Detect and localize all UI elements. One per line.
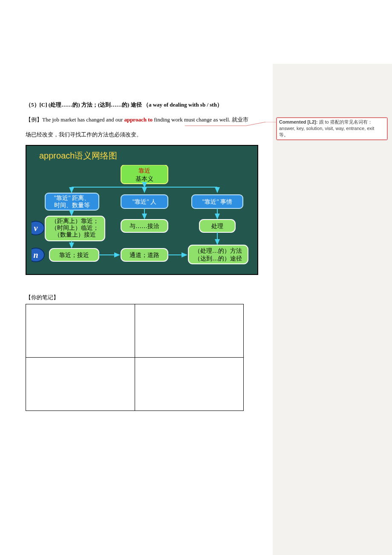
svg-text:与……接洽: 与……接洽: [130, 223, 159, 229]
pos-chip-v: [32, 221, 44, 235]
notes-table: [26, 304, 244, 411]
svg-text:"靠近" 事情: "靠近" 事情: [202, 199, 233, 205]
svg-text:v: v: [34, 223, 38, 233]
svg-text:n: n: [33, 250, 38, 260]
diagram-title: approach语义网络图: [39, 150, 252, 162]
svg-text:时间、数量等: 时间、数量等: [54, 202, 90, 208]
svg-text:（达到…的）途径: （达到…的）途径: [194, 255, 242, 262]
definition-5: （5）[C] (处理……的) 方法；(达到……的) 途径 （a way of d…: [26, 98, 273, 111]
root-l1: 靠近: [138, 168, 150, 174]
notes-cell[interactable]: [135, 357, 244, 410]
svg-text:（处理…的）方法: （处理…的）方法: [194, 248, 242, 254]
document-body: （5）[C] (处理……的) 方法；(达到……的) 途径 （a way of d…: [26, 98, 273, 411]
example-sentence: 【例】The job market has changed and our ap…: [26, 113, 273, 126]
svg-text:"靠近" 人: "靠近" 人: [133, 199, 157, 205]
root-l2: 基本义: [135, 176, 153, 182]
notes-cell[interactable]: [26, 304, 135, 357]
svg-text:（时间上）临近；: （时间上）临近；: [51, 225, 99, 231]
notes-cell[interactable]: [135, 304, 244, 357]
svg-text:处理: 处理: [211, 223, 223, 229]
svg-text:（数量上）接近: （数量上）接近: [54, 231, 96, 238]
svg-text:通道；道路: 通道；道路: [130, 252, 159, 258]
comment-text-1: 跟 to 搭配的常见名词有：: [317, 119, 372, 124]
diagram-svg: 靠近 基本义 "靠近" 距离、 时间、数量等 "靠近" 人 "靠近" 事情 （距…: [32, 165, 253, 267]
notes-label: 【你的笔记】: [26, 294, 273, 301]
comment-header: Commented [L2]:: [279, 119, 317, 124]
semantic-diagram: approach语义网络图 靠近 基本义 "靠近" 距离、 时间、数量等: [26, 145, 258, 275]
svg-text:（距离上）靠近；: （距离上）靠近；: [51, 218, 99, 224]
kw-approach: approach: [124, 116, 147, 123]
comment-text-2: answer, key, solution, visit, way, entra…: [279, 126, 374, 137]
example-cn-cont: 场已经改变，我们寻找工作的方法也必须改变。: [26, 128, 273, 141]
svg-text:"靠近" 距离、: "靠近" 距离、: [54, 195, 90, 201]
svg-text:靠近；接近: 靠近；接近: [59, 252, 89, 258]
commented-range: finding work must change as well.: [154, 116, 230, 123]
kw-to: to: [147, 116, 154, 123]
review-comment[interactable]: Commented [L2]: 跟 to 搭配的常见名词有： answer, k…: [276, 117, 388, 140]
notes-cell[interactable]: [26, 357, 135, 410]
